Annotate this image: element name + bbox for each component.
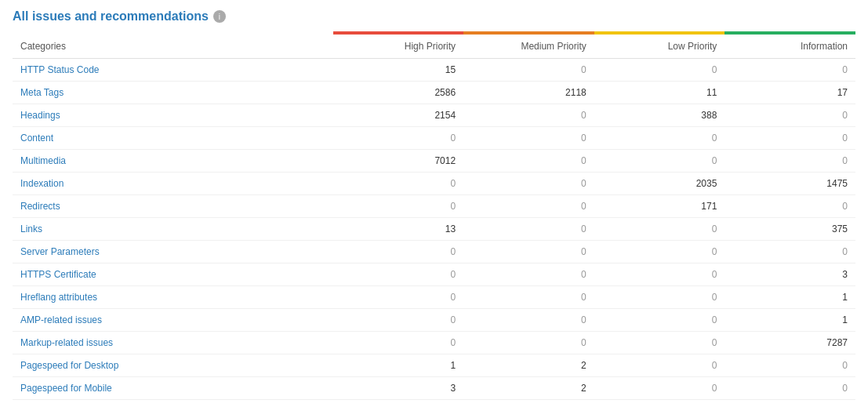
- table-row: Meta Tags258621181117: [13, 82, 855, 104]
- low-cell: 0: [594, 309, 725, 332]
- high-cell: 7012: [333, 150, 464, 173]
- table-row: Pagespeed for Mobile3200: [13, 377, 855, 400]
- low-cell: 388: [594, 104, 725, 127]
- info-cell: 1475: [725, 173, 855, 195]
- medium-cell: 0: [463, 263, 594, 286]
- category-cell[interactable]: AMP-related issues: [13, 309, 333, 332]
- category-link[interactable]: Headings: [20, 110, 60, 121]
- col-category: Categories: [13, 35, 333, 59]
- category-cell[interactable]: HTTPS Certificate: [13, 263, 333, 286]
- table-row: Content0000: [13, 127, 855, 150]
- high-cell: 0: [333, 309, 464, 332]
- low-cell: 2035: [594, 173, 725, 195]
- col-high: High Priority: [333, 35, 464, 59]
- table-row: Server Parameters0000: [13, 241, 855, 263]
- medium-cell: 2: [463, 354, 594, 377]
- high-cell: 1: [333, 354, 464, 377]
- medium-cell: 2118: [463, 82, 594, 104]
- category-link[interactable]: Indexation: [20, 178, 64, 189]
- low-cell: 11: [594, 82, 725, 104]
- info-cell: 1: [725, 309, 855, 332]
- issues-table: Categories High Priority Medium Priority…: [13, 31, 855, 400]
- category-cell[interactable]: Markup-related issues: [13, 332, 333, 354]
- category-cell[interactable]: HTTP Status Code: [13, 59, 333, 82]
- title-row: All issues and recommendations i: [13, 9, 855, 24]
- category-cell[interactable]: Meta Tags: [13, 82, 333, 104]
- high-cell: 2586: [333, 82, 464, 104]
- category-link[interactable]: Pagespeed for Desktop: [20, 360, 118, 371]
- category-cell[interactable]: Redirects: [13, 195, 333, 218]
- category-link[interactable]: Server Parameters: [20, 246, 100, 257]
- category-link[interactable]: Links: [20, 223, 42, 234]
- category-cell[interactable]: Server Parameters: [13, 241, 333, 263]
- category-cell[interactable]: Hreflang attributes: [13, 286, 333, 309]
- main-container: All issues and recommendations i Categor…: [0, 0, 868, 407]
- category-cell[interactable]: Indexation: [13, 173, 333, 195]
- category-link[interactable]: Multimedia: [20, 155, 66, 166]
- info-icon[interactable]: i: [213, 10, 226, 23]
- info-cell: 0: [725, 59, 855, 82]
- low-cell: 0: [594, 150, 725, 173]
- category-link[interactable]: Redirects: [20, 201, 60, 212]
- category-link[interactable]: Hreflang attributes: [20, 292, 97, 303]
- category-link[interactable]: HTTP Status Code: [20, 64, 100, 75]
- category-link[interactable]: AMP-related issues: [20, 314, 102, 325]
- high-cell: 0: [333, 127, 464, 150]
- table-row: Links1300375: [13, 218, 855, 241]
- col-low: Low Priority: [594, 35, 725, 59]
- table-row: HTTPS Certificate0003: [13, 263, 855, 286]
- low-cell: 0: [594, 59, 725, 82]
- info-cell: 17: [725, 82, 855, 104]
- category-cell[interactable]: Pagespeed for Desktop: [13, 354, 333, 377]
- category-link[interactable]: Content: [20, 133, 53, 144]
- medium-cell: 0: [463, 286, 594, 309]
- high-cell: 15: [333, 59, 464, 82]
- table-row: Markup-related issues0007287: [13, 332, 855, 354]
- info-cell: 0: [725, 354, 855, 377]
- info-cell: 7287: [725, 332, 855, 354]
- table-row: Redirects001710: [13, 195, 855, 218]
- medium-cell: 0: [463, 59, 594, 82]
- category-link[interactable]: Markup-related issues: [20, 337, 113, 348]
- high-cell: 0: [333, 332, 464, 354]
- high-cell: 13: [333, 218, 464, 241]
- low-cell: 0: [594, 263, 725, 286]
- table-row: HTTP Status Code15000: [13, 59, 855, 82]
- high-cell: 0: [333, 173, 464, 195]
- category-link[interactable]: Meta Tags: [20, 87, 64, 98]
- medium-cell: 0: [463, 173, 594, 195]
- table-row: Pagespeed for Desktop1200: [13, 354, 855, 377]
- medium-cell: 0: [463, 241, 594, 263]
- table-row: Multimedia7012000: [13, 150, 855, 173]
- medium-cell: 0: [463, 195, 594, 218]
- category-cell[interactable]: Links: [13, 218, 333, 241]
- info-cell: 0: [725, 150, 855, 173]
- category-link[interactable]: HTTPS Certificate: [20, 269, 96, 280]
- low-cell: 0: [594, 354, 725, 377]
- category-cell[interactable]: Headings: [13, 104, 333, 127]
- medium-cell: 0: [463, 332, 594, 354]
- high-cell: 0: [333, 286, 464, 309]
- high-cell: 0: [333, 195, 464, 218]
- high-cell: 0: [333, 241, 464, 263]
- high-cell: 2154: [333, 104, 464, 127]
- info-cell: 0: [725, 104, 855, 127]
- medium-cell: 0: [463, 127, 594, 150]
- category-cell[interactable]: Content: [13, 127, 333, 150]
- category-link[interactable]: Pagespeed for Mobile: [20, 383, 112, 394]
- low-cell: 0: [594, 127, 725, 150]
- medium-cell: 2: [463, 377, 594, 400]
- medium-cell: 0: [463, 218, 594, 241]
- table-row: Hreflang attributes0001: [13, 286, 855, 309]
- high-cell: 3: [333, 377, 464, 400]
- info-cell: 0: [725, 377, 855, 400]
- medium-cell: 0: [463, 104, 594, 127]
- table-row: Headings215403880: [13, 104, 855, 127]
- category-cell[interactable]: Pagespeed for Mobile: [13, 377, 333, 400]
- info-cell: 0: [725, 195, 855, 218]
- low-cell: 0: [594, 286, 725, 309]
- info-cell: 0: [725, 127, 855, 150]
- table-row: AMP-related issues0001: [13, 309, 855, 332]
- category-cell[interactable]: Multimedia: [13, 150, 333, 173]
- low-cell: 0: [594, 218, 725, 241]
